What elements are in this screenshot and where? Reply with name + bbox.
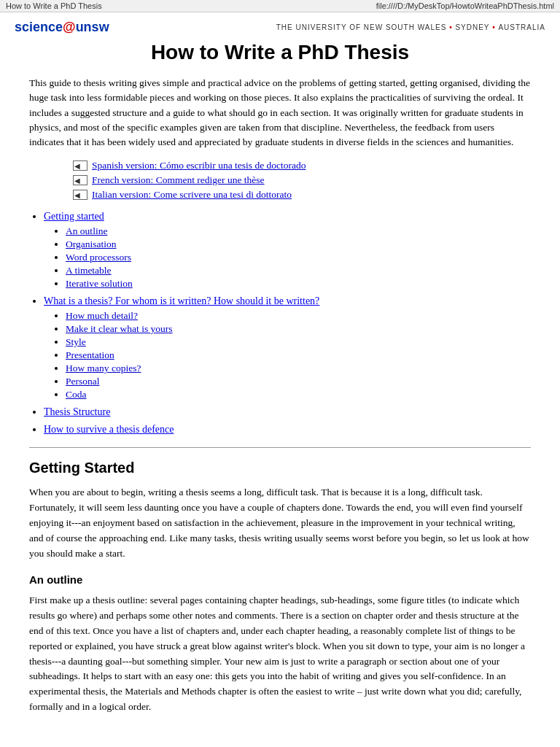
toc-list: Getting started An outline Organisation … [29,211,531,436]
intro-paragraph: This guide to thesis writing gives simpl… [29,76,531,150]
toc-link-survive[interactable]: How to survive a thesis defence [44,424,174,435]
toc-link-structure[interactable]: Thesis Structure [44,406,110,417]
toc-sub-item: An outline [66,225,531,237]
toc-item-what-is-thesis: What is a thesis? For whom is it written… [44,295,531,400]
toc-link-presentation[interactable]: Presentation [66,349,114,360]
spanish-link[interactable]: Spanish version: Cómo escribir una tesis… [92,160,306,171]
toc-sub-item: Word processors [66,252,531,263]
toc-sub-list-getting-started: An outline Organisation Word processors … [66,225,531,290]
toc-link-organisation[interactable]: Organisation [66,239,117,249]
language-link-french: French version: Comment rediger une thès… [73,174,531,186]
toc-link-style[interactable]: Style [66,336,86,347]
toc-item-getting-started: Getting started An outline Organisation … [44,211,531,290]
toc-sub-list-thesis: How much detail? Make it clear what is y… [66,310,531,400]
toc-item-survive: How to survive a thesis defence [44,424,531,436]
toc-link-what-is-thesis[interactable]: What is a thesis? For whom is it written… [44,295,319,306]
toc-link-detail[interactable]: How much detail? [66,310,138,321]
getting-started-body: When you are about to begin, writing a t… [29,485,531,562]
toc-link-timetable[interactable]: A timetable [66,265,112,276]
toc-sub-item: Style [66,336,531,348]
toc-item-structure: Thesis Structure [44,406,531,418]
italian-flag-icon [73,190,88,200]
toc-link-iterative[interactable]: Iterative solution [66,278,133,289]
spanish-flag-icon [73,160,88,171]
logo-science: science [15,20,63,34]
logo-at: @ [63,20,76,34]
toc-sub-item: Personal [66,376,531,387]
an-outline-body: First make up a thesis outline: several … [29,593,531,715]
toc-link-outline[interactable]: An outline [66,225,107,236]
toc-sub-item: Organisation [66,239,531,250]
university-country: AUSTRALIA [498,23,545,31]
toc-sub-item: A timetable [66,265,531,276]
toc-sub-item: How much detail? [66,310,531,322]
section-divider [29,447,531,448]
toc-link-getting-started[interactable]: Getting started [44,211,104,222]
getting-started-heading: Getting Started [29,460,531,476]
toc-link-make-clear[interactable]: Make it clear what is yours [66,323,173,334]
browser-filepath: file:////D:/MyDeskTop/HowtoWriteaPhDThes… [376,1,554,10]
toc-sub-item: Coda [66,389,531,400]
browser-title: How to Write a PhD Thesis [6,1,102,10]
french-flag-icon [73,175,88,185]
language-link-spanish: Spanish version: Cómo escribir una tesis… [73,160,531,171]
toc-link-copies[interactable]: How many copies? [66,363,141,374]
language-links-section: Spanish version: Cómo escribir una tesis… [73,160,531,201]
toc-sub-item: How many copies? [66,363,531,374]
university-line1: THE UNIVERSITY OF NEW SOUTH WALES [276,23,447,31]
page-header: science@unsw THE UNIVERSITY OF NEW SOUTH… [0,12,560,41]
toc-link-word-processors[interactable]: Word processors [66,252,131,263]
toc-sub-item: Iterative solution [66,278,531,290]
university-city: SYDNEY [455,23,489,31]
an-outline-heading: An outline [29,573,531,586]
university-logo: science@unsw [15,20,109,35]
toc-link-personal[interactable]: Personal [66,376,100,387]
italian-link[interactable]: Italian version: Come scrivere una tesi … [92,189,292,201]
french-link[interactable]: French version: Comment rediger une thès… [92,174,265,186]
toc-sub-item: Make it clear what is yours [66,323,531,335]
toc-sub-item: Presentation [66,349,531,361]
university-name: THE UNIVERSITY OF NEW SOUTH WALES • SYDN… [276,23,545,31]
page-title: How to Write a PhD Thesis [29,41,531,64]
logo-unsw: unsw [76,20,109,34]
main-content: How to Write a PhD Thesis This guide to … [0,41,560,747]
toc-link-coda[interactable]: Coda [66,389,87,400]
browser-bar: How to Write a PhD Thesis file:////D:/My… [0,0,560,12]
language-link-italian: Italian version: Come scrivere una tesi … [73,189,531,201]
